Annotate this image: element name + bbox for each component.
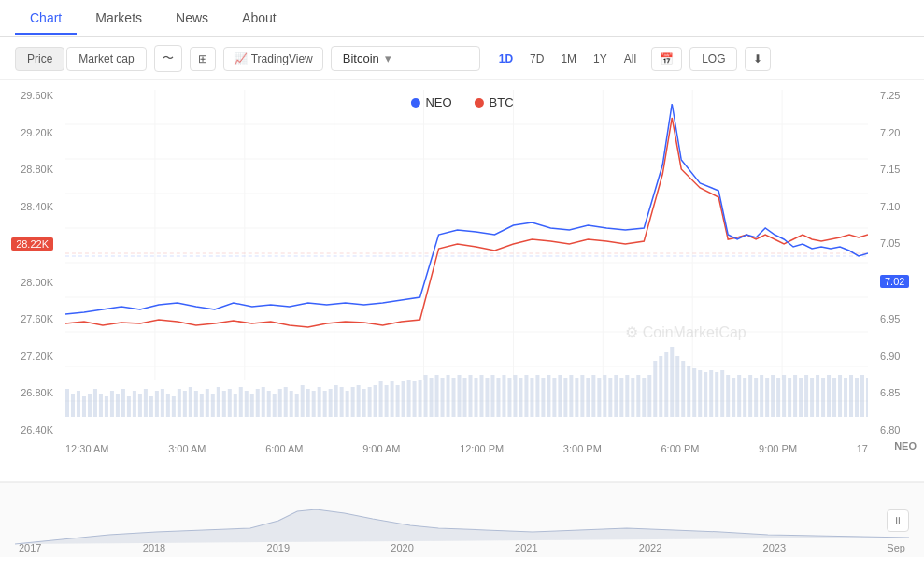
candle-chart-icon[interactable]: ⊞: [190, 47, 216, 71]
svg-rect-68: [351, 387, 355, 417]
svg-rect-85: [447, 375, 450, 417]
svg-rect-115: [614, 375, 618, 417]
svg-rect-36: [172, 396, 176, 417]
svg-rect-25: [110, 391, 114, 417]
btc-dot: [475, 98, 484, 108]
legend-neo: NEO: [410, 95, 451, 109]
svg-rect-93: [490, 375, 494, 417]
svg-rect-28: [127, 396, 131, 417]
time-1y[interactable]: 1Y: [586, 48, 615, 70]
time-1m[interactable]: 1M: [553, 48, 584, 70]
marketcap-button[interactable]: Market cap: [66, 47, 146, 71]
svg-rect-35: [166, 394, 170, 417]
svg-rect-20: [82, 396, 86, 417]
coin-selector[interactable]: Bitcoin ▾: [331, 46, 480, 71]
svg-rect-131: [704, 372, 707, 417]
svg-rect-17: [65, 389, 69, 417]
svg-rect-152: [821, 378, 825, 417]
svg-rect-108: [575, 378, 578, 417]
svg-rect-153: [827, 375, 831, 417]
svg-rect-40: [194, 391, 198, 417]
svg-rect-138: [743, 378, 746, 417]
svg-rect-91: [479, 375, 483, 417]
svg-rect-75: [391, 381, 394, 417]
svg-rect-130: [698, 370, 702, 417]
svg-rect-46: [228, 389, 232, 417]
svg-rect-24: [105, 396, 108, 417]
y-axis-left: 29.60K 29.20K 28.80K 28.40K 28.22K 28.00…: [0, 90, 61, 436]
tab-markets[interactable]: Markets: [80, 3, 157, 35]
svg-rect-140: [754, 378, 758, 417]
tradingview-button[interactable]: 📈 TradingView: [223, 47, 323, 71]
pause-button[interactable]: ⏸: [887, 509, 909, 532]
svg-rect-50: [250, 394, 254, 417]
svg-rect-100: [530, 378, 533, 417]
svg-rect-112: [597, 378, 601, 417]
svg-rect-126: [675, 356, 679, 417]
svg-rect-101: [535, 375, 539, 417]
svg-rect-105: [558, 375, 562, 417]
time-1d[interactable]: 1D: [491, 48, 520, 70]
svg-rect-49: [245, 391, 249, 417]
svg-rect-58: [295, 394, 299, 417]
svg-rect-54: [273, 394, 277, 417]
svg-rect-147: [793, 375, 797, 417]
svg-rect-160: [866, 378, 868, 417]
svg-rect-98: [519, 378, 522, 417]
svg-rect-118: [631, 378, 634, 417]
svg-rect-116: [619, 378, 623, 417]
tab-news[interactable]: News: [161, 3, 223, 35]
svg-rect-122: [653, 361, 657, 417]
download-icon[interactable]: ⬇: [745, 47, 771, 71]
svg-rect-72: [374, 385, 377, 417]
time-all[interactable]: All: [617, 48, 644, 70]
svg-rect-48: [239, 387, 243, 417]
svg-rect-103: [547, 375, 550, 417]
calendar-icon[interactable]: 📅: [651, 47, 682, 71]
chart-svg-area[interactable]: ⚙ CoinMarketCap: [65, 90, 868, 436]
line-chart-icon[interactable]: 〜: [154, 45, 182, 72]
svg-rect-155: [838, 375, 842, 417]
svg-rect-129: [692, 368, 696, 417]
svg-rect-142: [765, 378, 769, 417]
tab-about[interactable]: About: [227, 3, 291, 35]
svg-rect-42: [206, 389, 209, 417]
svg-rect-39: [189, 387, 192, 417]
tradingview-label: TradingView: [251, 52, 313, 65]
tab-chart[interactable]: Chart: [15, 3, 77, 35]
svg-rect-114: [608, 378, 612, 417]
svg-rect-76: [396, 385, 400, 417]
svg-rect-21: [88, 394, 92, 417]
time-period-group: 1D 7D 1M 1Y All: [491, 48, 644, 70]
svg-rect-107: [569, 375, 573, 417]
svg-rect-135: [726, 375, 730, 417]
svg-rect-154: [832, 378, 836, 417]
svg-rect-92: [485, 378, 489, 417]
svg-rect-74: [385, 385, 389, 417]
svg-rect-66: [340, 387, 344, 417]
svg-rect-145: [782, 375, 786, 417]
svg-rect-117: [625, 375, 629, 417]
x-axis: 12:30 AM 3:00 AM 6:00 AM 9:00 AM 12:00 P…: [65, 443, 868, 481]
svg-rect-128: [687, 366, 690, 417]
svg-rect-99: [524, 375, 528, 417]
svg-rect-157: [849, 375, 853, 417]
svg-rect-84: [441, 378, 445, 417]
time-7d[interactable]: 7D: [522, 48, 551, 70]
svg-rect-37: [178, 389, 181, 417]
log-button[interactable]: LOG: [689, 47, 737, 71]
svg-rect-132: [709, 370, 713, 417]
svg-rect-120: [642, 378, 646, 417]
current-price-left: 28.22K: [11, 237, 53, 251]
svg-rect-44: [217, 387, 220, 417]
svg-rect-22: [93, 389, 97, 417]
svg-rect-38: [183, 391, 187, 417]
price-button[interactable]: Price: [15, 47, 64, 71]
svg-rect-23: [99, 394, 103, 417]
svg-rect-146: [788, 378, 791, 417]
svg-rect-62: [318, 387, 321, 417]
svg-rect-51: [256, 389, 260, 417]
svg-rect-78: [407, 380, 411, 417]
svg-rect-70: [362, 389, 366, 417]
svg-rect-110: [586, 378, 590, 417]
